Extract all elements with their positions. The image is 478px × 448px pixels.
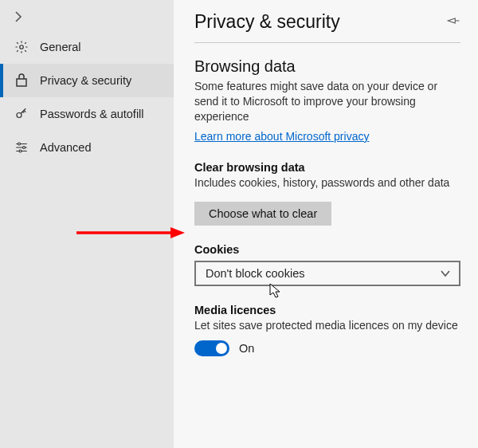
gear-icon — [14, 40, 29, 54]
panel-header: Privacy & security — [194, 11, 460, 43]
svg-point-4 — [23, 147, 25, 149]
sidebar-item-privacy-security[interactable]: Privacy & security — [0, 64, 174, 97]
sidebar-item-advanced[interactable]: Advanced — [0, 131, 174, 164]
chevron-right-icon — [14, 11, 22, 22]
media-licences-toggle-row: On — [194, 340, 460, 356]
sidebar-item-label: Passwords & autofill — [40, 108, 144, 120]
sidebar-item-label: General — [40, 41, 81, 53]
pin-icon — [446, 15, 460, 26]
svg-point-5 — [19, 150, 22, 152]
subsection-description: Let sites save protected media licences … — [194, 318, 460, 333]
section-description: Some features might save data on your de… — [194, 79, 460, 124]
subsection-title: Media licences — [194, 304, 460, 316]
lock-icon — [14, 73, 29, 88]
svg-point-0 — [20, 45, 24, 49]
settings-sidebar: General Privacy & security Passwords & a… — [0, 0, 174, 448]
media-licences-section: Media licences Let sites save protected … — [194, 304, 460, 357]
cookies-section: Cookies Don't block cookies — [194, 243, 460, 286]
sidebar-item-general[interactable]: General — [0, 30, 174, 64]
subsection-title: Clear browsing data — [194, 161, 460, 174]
section-title: Browsing data — [194, 57, 460, 76]
cookies-select[interactable]: Don't block cookies — [194, 261, 460, 286]
media-licences-toggle[interactable] — [194, 340, 229, 356]
learn-more-link[interactable]: Learn more about Microsoft privacy — [194, 130, 369, 143]
subsection-description: Includes cookies, history, passwords and… — [194, 175, 460, 191]
subsection-title: Cookies — [194, 243, 460, 256]
toggle-state-label: On — [239, 342, 254, 355]
browsing-data-section: Browsing data Some features might save d… — [194, 57, 460, 143]
chevron-down-icon — [440, 267, 451, 280]
settings-panel: Privacy & security Browsing data Some fe… — [174, 0, 478, 448]
select-value: Don't block cookies — [206, 267, 304, 280]
svg-point-2 — [17, 113, 22, 118]
key-icon — [14, 107, 29, 121]
back-chevron[interactable] — [0, 5, 174, 30]
sliders-icon — [14, 140, 29, 155]
sidebar-item-label: Advanced — [40, 141, 92, 154]
pin-button[interactable] — [446, 15, 460, 29]
page-title: Privacy & security — [194, 11, 340, 33]
sidebar-item-label: Privacy & security — [40, 74, 131, 87]
svg-point-3 — [18, 143, 21, 145]
clear-browsing-data-section: Clear browsing data Includes cookies, hi… — [194, 161, 460, 226]
svg-rect-1 — [17, 79, 26, 86]
sidebar-item-passwords-autofill[interactable]: Passwords & autofill — [0, 97, 174, 131]
choose-what-to-clear-button[interactable]: Choose what to clear — [194, 202, 331, 226]
